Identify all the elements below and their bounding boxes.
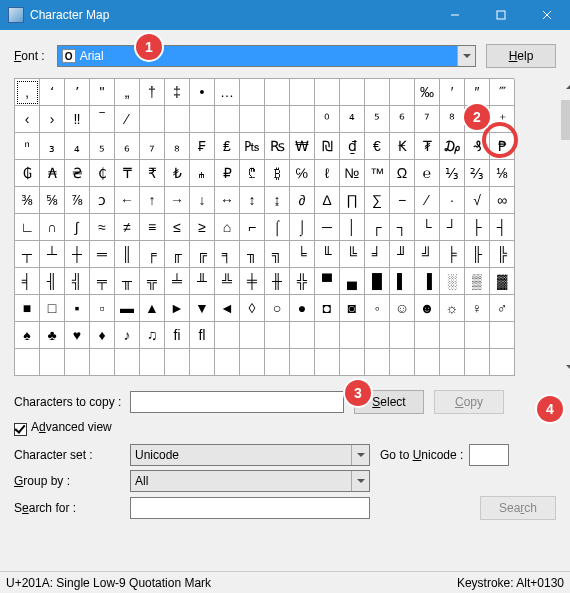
- maximize-button[interactable]: [478, 0, 524, 30]
- grid-cell[interactable]: [240, 106, 265, 133]
- grid-cell[interactable]: ╘: [290, 241, 315, 268]
- grid-cell[interactable]: ⁴: [340, 106, 365, 133]
- grid-cell[interactable]: [340, 322, 365, 349]
- group-by-combobox[interactable]: All: [130, 470, 370, 492]
- grid-cell[interactable]: ☻: [415, 295, 440, 322]
- grid-cell[interactable]: ₼: [190, 160, 215, 187]
- grid-cell[interactable]: ↓: [190, 187, 215, 214]
- grid-cell[interactable]: ⌐: [240, 214, 265, 241]
- grid-cell[interactable]: ∏: [340, 187, 365, 214]
- grid-cell[interactable]: ↄ: [90, 187, 115, 214]
- grid-cell[interactable]: ₿: [265, 160, 290, 187]
- grid-cell[interactable]: „: [115, 79, 140, 106]
- grid-cell[interactable]: [415, 349, 440, 376]
- grid-cell[interactable]: ►: [165, 295, 190, 322]
- grid-cell[interactable]: ╩: [215, 268, 240, 295]
- grid-cell[interactable]: ′: [440, 79, 465, 106]
- grid-cell[interactable]: ▬: [115, 295, 140, 322]
- grid-cell[interactable]: ₆: [115, 133, 140, 160]
- grid-cell[interactable]: [290, 322, 315, 349]
- grid-cell[interactable]: ╒: [140, 241, 165, 268]
- grid-cell[interactable]: ●: [290, 295, 315, 322]
- grid-cell[interactable]: ♫: [140, 322, 165, 349]
- grid-cell[interactable]: •: [190, 79, 215, 106]
- grid-cell[interactable]: [290, 349, 315, 376]
- grid-cell[interactable]: ₳: [40, 160, 65, 187]
- grid-cell[interactable]: [40, 349, 65, 376]
- grid-cell[interactable]: ▌: [390, 268, 415, 295]
- grid-cell[interactable]: ∂: [290, 187, 315, 214]
- grid-cell[interactable]: ╚: [340, 241, 365, 268]
- grid-cell[interactable]: ₧: [240, 133, 265, 160]
- grid-cell[interactable]: [240, 79, 265, 106]
- grid-cell[interactable]: ": [90, 79, 115, 106]
- grid-cell[interactable]: [265, 349, 290, 376]
- grid-cell[interactable]: [190, 349, 215, 376]
- grid-cell[interactable]: ₵: [90, 160, 115, 187]
- grid-cell[interactable]: [190, 106, 215, 133]
- grid-cell[interactable]: ╪: [240, 268, 265, 295]
- font-combobox[interactable]: O Arial: [57, 45, 476, 67]
- grid-cell[interactable]: ₺: [165, 160, 190, 187]
- grid-cell[interactable]: ʻ: [40, 79, 65, 106]
- grid-cell[interactable]: [365, 349, 390, 376]
- help-button[interactable]: Help: [486, 44, 556, 68]
- grid-cell[interactable]: ‚: [15, 79, 40, 106]
- grid-cell[interactable]: ⁷: [415, 106, 440, 133]
- grid-cell[interactable]: ⌂: [215, 214, 240, 241]
- search-for-input[interactable]: [130, 497, 370, 519]
- grid-cell[interactable]: [440, 322, 465, 349]
- grid-cell[interactable]: ┴: [40, 241, 65, 268]
- grid-cell[interactable]: ⁶: [390, 106, 415, 133]
- grid-cell[interactable]: ■: [15, 295, 40, 322]
- grid-cell[interactable]: †: [140, 79, 165, 106]
- chevron-down-icon[interactable]: [457, 46, 475, 66]
- grid-cell[interactable]: ›: [40, 106, 65, 133]
- copy-button[interactable]: Copy: [434, 390, 504, 414]
- grid-cell[interactable]: ╣: [65, 268, 90, 295]
- grid-cell[interactable]: ╞: [440, 241, 465, 268]
- grid-cell[interactable]: ╖: [240, 241, 265, 268]
- chevron-down-icon[interactable]: [351, 445, 369, 465]
- advanced-view-checkbox[interactable]: [14, 423, 27, 436]
- grid-cell[interactable]: ₅: [90, 133, 115, 160]
- grid-cell[interactable]: ₸: [115, 160, 140, 187]
- grid-cell[interactable]: ₽: [215, 160, 240, 187]
- grid-cell[interactable]: №: [340, 160, 365, 187]
- grid-cell[interactable]: └: [415, 214, 440, 241]
- grid-cell[interactable]: ═: [90, 241, 115, 268]
- grid-cell[interactable]: ◙: [340, 295, 365, 322]
- grid-cell[interactable]: ™: [365, 160, 390, 187]
- character-set-combobox[interactable]: Unicode: [130, 444, 370, 466]
- grid-cell[interactable]: ◦: [365, 295, 390, 322]
- grid-cell[interactable]: ≠: [115, 214, 140, 241]
- grid-cell[interactable]: ₫: [340, 133, 365, 160]
- grid-cell[interactable]: ↕: [240, 187, 265, 214]
- grid-cell[interactable]: [265, 106, 290, 133]
- grid-cell[interactable]: ╥: [115, 268, 140, 295]
- grid-cell[interactable]: [365, 322, 390, 349]
- grid-cell[interactable]: ╛: [365, 241, 390, 268]
- grid-cell[interactable]: [390, 79, 415, 106]
- grid-cell[interactable]: ╢: [40, 268, 65, 295]
- grid-cell[interactable]: ≤: [165, 214, 190, 241]
- grid-cell[interactable]: ‼: [65, 106, 90, 133]
- grid-cell[interactable]: ⁿ: [15, 133, 40, 160]
- grid-cell[interactable]: ╨: [190, 268, 215, 295]
- grid-cell[interactable]: [265, 79, 290, 106]
- grid-cell[interactable]: [415, 322, 440, 349]
- grid-cell[interactable]: ┤: [490, 214, 515, 241]
- grid-cell[interactable]: ♦: [90, 322, 115, 349]
- grid-cell[interactable]: ╗: [265, 241, 290, 268]
- grid-cell[interactable]: [290, 79, 315, 106]
- grid-cell[interactable]: ∑: [365, 187, 390, 214]
- chars-to-copy-input[interactable]: [130, 391, 344, 413]
- grid-cell[interactable]: [140, 106, 165, 133]
- grid-cell[interactable]: ₤: [215, 133, 240, 160]
- grid-cell[interactable]: ▓: [490, 268, 515, 295]
- grid-cell[interactable]: ⁰: [315, 106, 340, 133]
- grid-cell[interactable]: ∞: [490, 187, 515, 214]
- grid-cell[interactable]: ┐: [390, 214, 415, 241]
- grid-cell[interactable]: ┘: [440, 214, 465, 241]
- grid-cell[interactable]: ‾: [90, 106, 115, 133]
